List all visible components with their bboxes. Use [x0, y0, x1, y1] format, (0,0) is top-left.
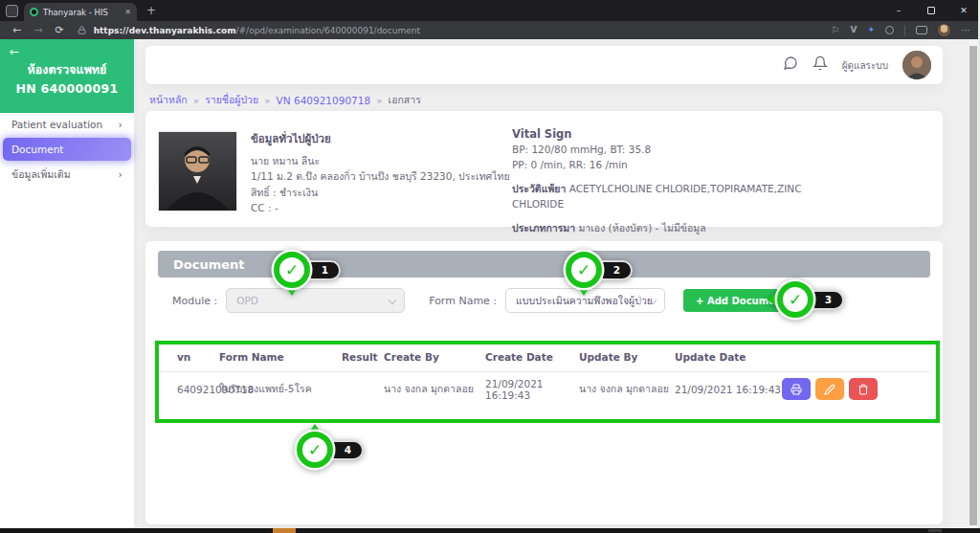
tab-title: Thanyarak - HIS [43, 8, 121, 17]
patient-name: นาย หมาน ลีนะ [251, 153, 510, 169]
more-menu-icon[interactable]: ⋯ [961, 26, 970, 35]
sidebar-item-document[interactable]: Document [3, 138, 131, 161]
top-navbar: ผู้ดูแลระบบ [145, 46, 943, 84]
chevron-right-icon: › [119, 168, 122, 181]
document-controls: Module : OPD Form Name : แบบประเมินความพ… [172, 288, 799, 313]
patient-address: 1/11 ม.2 ต.บึง คลองกิ่ว บ้านบึง ชลบุรี 2… [251, 168, 510, 185]
vital-line-pp: PP: 0 /min, RR: 16 /min [512, 157, 837, 172]
new-tab-button[interactable]: + [146, 4, 156, 17]
visit-type: ประเภทการมา มาเอง (ห้องบัตร) - ไม่มีข้อม… [512, 220, 837, 235]
window-controls: – ✕ [882, 0, 980, 21]
sidebar-item-label: Document [11, 144, 63, 155]
bookmark-icon[interactable]: ⚐ [832, 26, 840, 35]
allergy-history: ประวัติแพ้ยา ACETYLCHOLINE CHLORIDE,TOPI… [512, 181, 837, 211]
session-icon[interactable] [885, 26, 894, 34]
cast-icon[interactable] [916, 26, 927, 34]
vital-sign-panel: Vital Sign BP: 120/80 mmHg, BT: 35.8 PP:… [512, 126, 837, 235]
annotation-step-1: 1 ✓ [274, 252, 310, 288]
vital-line-bp: BP: 120/80 mmHg, BT: 35.8 [512, 142, 837, 157]
sidebar-item-additional-info[interactable]: ข้อมูลเพิ่มเติม › [0, 163, 134, 186]
lock-icon [78, 25, 86, 35]
taskbar-tray [928, 529, 942, 532]
browser-toolbar: ← → ⟳ https://dev.thanyarakhis.com/#/opd… [0, 21, 980, 39]
annotation-step-4: 4 ✓ [297, 432, 333, 468]
main-content: ผู้ดูแลระบบ หน้าหลัก » รายชื่อผู้ป่วย » … [134, 39, 980, 528]
extension-v-icon[interactable]: V [850, 26, 857, 34]
check-circle-icon: ✓ [274, 252, 310, 288]
taskbar-app-icon[interactable] [273, 528, 296, 533]
chevron-down-icon [389, 297, 396, 304]
check-circle-icon: ✓ [297, 432, 333, 468]
browser-profile-avatar[interactable] [938, 24, 950, 36]
allergy-label: ประวัติแพ้ยา [512, 183, 566, 194]
module-label: Module : [172, 295, 217, 307]
annotation-step-2: 2 ✓ [566, 252, 602, 288]
check-circle-icon: ✓ [566, 252, 602, 288]
sidebar: ← ห้องตรวจแพทย์ HN 640000091 Patient eva… [0, 39, 134, 528]
screenshot-root: Thanyarak - HIS ✕ + – ✕ ← → ⟳ https://de… [0, 0, 980, 533]
annotation-step-3: 3 ✓ [777, 281, 813, 318]
chat-icon[interactable] [783, 56, 798, 75]
minimize-button[interactable]: – [882, 0, 915, 21]
sidebar-hn: HN 640000091 [0, 81, 134, 96]
toolbar-icons: ⚐ V ✦ ⋯ [832, 24, 980, 36]
sidebar-title: ห้องตรวจแพทย์ [0, 60, 134, 79]
annotation-table-highlight [155, 341, 940, 423]
patient-photo [158, 131, 237, 211]
patient-cc: CC : - [251, 200, 510, 216]
app-viewport: ← ห้องตรวจแพทย์ HN 640000091 Patient eva… [0, 39, 980, 528]
visit-type-value: มาเอง (ห้องบัตร) - ไม่มีข้อมูล [575, 222, 706, 233]
toolbar-divider [904, 25, 905, 36]
module-select[interactable]: OPD [226, 288, 405, 313]
sidebar-item-label: ข้อมูลเพิ่มเติม [11, 167, 71, 183]
tab-close-icon[interactable]: ✕ [124, 8, 131, 16]
extension-blue-icon[interactable]: ✦ [867, 26, 875, 34]
close-window-button[interactable]: ✕ [947, 0, 980, 21]
bell-icon[interactable] [813, 56, 828, 75]
module-selected-value: OPD [236, 295, 258, 306]
check-circle-icon: ✓ [777, 281, 813, 318]
sidebar-back-icon[interactable]: ← [10, 45, 19, 58]
user-role-label: ผู้ดูแลระบบ [842, 58, 888, 73]
tab-search-icon[interactable] [6, 5, 18, 17]
forward-icon[interactable]: → [33, 25, 42, 35]
breadcrumb-vn[interactable]: VN 640921090718 [277, 95, 371, 106]
patient-rights: สิทธิ์ : ชำระเงิน [251, 185, 510, 201]
url-path: /#/opd/examination/640000091/document [236, 26, 421, 35]
breadcrumb-current: เอกสาร [389, 92, 421, 108]
user-avatar[interactable] [902, 51, 931, 79]
select-divider [639, 295, 640, 306]
breadcrumb-separator: » [193, 95, 199, 106]
breadcrumb: หน้าหลัก » รายชื่อผู้ป่วย » VN 640921090… [149, 92, 421, 108]
sidebar-item-label: Patient evaluation [11, 119, 102, 130]
refresh-icon[interactable]: ⟳ [55, 25, 63, 35]
browser-titlebar: Thanyarak - HIS ✕ + – ✕ [0, 0, 980, 21]
sidebar-header: ← ห้องตรวจแพทย์ HN 640000091 [0, 39, 134, 113]
visit-type-label: ประเภทการมา [512, 222, 575, 233]
maximize-button[interactable] [915, 0, 947, 21]
site-favicon-icon [30, 8, 38, 16]
back-icon[interactable]: ← [12, 25, 21, 35]
patient-general-info: ข้อมูลทั่วไปผู้ป่วย นาย หมาน ลีนะ 1/11 ม… [251, 131, 510, 216]
breadcrumb-patient-list[interactable]: รายชื่อผู้ป่วย [205, 92, 258, 108]
form-name-label: Form Name : [429, 295, 497, 307]
vital-sign-title: Vital Sign [512, 126, 837, 142]
page-scrollbar[interactable] [969, 39, 978, 528]
url-domain: https://dev.thanyarakhis.com [94, 26, 236, 35]
breadcrumb-home[interactable]: หน้าหลัก [149, 92, 188, 108]
address-bar[interactable]: https://dev.thanyarakhis.com/#/opd/exami… [94, 26, 420, 35]
breadcrumb-separator: » [264, 95, 270, 106]
taskbar [0, 528, 980, 533]
sidebar-item-patient-evaluation[interactable]: Patient evaluation › [0, 113, 134, 136]
patient-info-title: ข้อมูลทั่วไปผู้ป่วย [251, 131, 510, 147]
browser-tab[interactable]: Thanyarak - HIS ✕ [24, 3, 137, 21]
scrollbar-thumb[interactable] [969, 46, 977, 525]
maximize-icon [927, 7, 935, 14]
breadcrumb-separator: » [376, 95, 382, 106]
chevron-right-icon: › [119, 119, 122, 131]
patient-info-card: ข้อมูลทั่วไปผู้ป่วย นาย หมาน ลีนะ 1/11 ม… [145, 111, 943, 227]
sidebar-menu: Patient evaluation › Document ข้อมูลเพิ่… [0, 111, 134, 188]
